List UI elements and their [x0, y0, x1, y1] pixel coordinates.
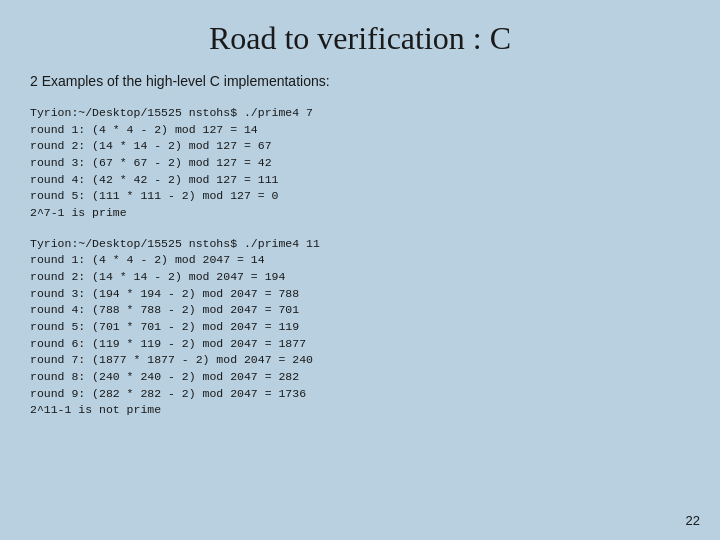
code-line: round 7: (1877 * 1877 - 2) mod 2047 = 24…: [30, 352, 690, 369]
code-line: 2^7-1 is prime: [30, 205, 690, 222]
code-line: round 8: (240 * 240 - 2) mod 2047 = 282: [30, 369, 690, 386]
slide-title: Road to verification : C: [30, 20, 690, 57]
slide-number: 22: [686, 513, 700, 528]
code-line: Tyrion:~/Desktop/15525 nstohs$ ./prime4 …: [30, 236, 690, 253]
code-line: round 1: (4 * 4 - 2) mod 127 = 14: [30, 122, 690, 139]
example1-block: Tyrion:~/Desktop/15525 nstohs$ ./prime4 …: [30, 105, 690, 222]
code-line: round 1: (4 * 4 - 2) mod 2047 = 14: [30, 252, 690, 269]
code-line: round 4: (42 * 42 - 2) mod 127 = 111: [30, 172, 690, 189]
code-line: Tyrion:~/Desktop/15525 nstohs$ ./prime4 …: [30, 105, 690, 122]
code-line: round 5: (701 * 701 - 2) mod 2047 = 119: [30, 319, 690, 336]
code-line: round 6: (119 * 119 - 2) mod 2047 = 1877: [30, 336, 690, 353]
slide-subtitle: 2 Examples of the high-level C implement…: [30, 73, 690, 89]
example2-block: Tyrion:~/Desktop/15525 nstohs$ ./prime4 …: [30, 236, 690, 419]
code-line: round 2: (14 * 14 - 2) mod 2047 = 194: [30, 269, 690, 286]
code-line: round 3: (67 * 67 - 2) mod 127 = 42: [30, 155, 690, 172]
code-line: round 3: (194 * 194 - 2) mod 2047 = 788: [30, 286, 690, 303]
code-line: round 9: (282 * 282 - 2) mod 2047 = 1736: [30, 386, 690, 403]
slide-container: Road to verification : C 2 Examples of t…: [0, 0, 720, 540]
code-line: 2^11-1 is not prime: [30, 402, 690, 419]
code-line: round 4: (788 * 788 - 2) mod 2047 = 701: [30, 302, 690, 319]
code-line: round 5: (111 * 111 - 2) mod 127 = 0: [30, 188, 690, 205]
code-line: round 2: (14 * 14 - 2) mod 127 = 67: [30, 138, 690, 155]
